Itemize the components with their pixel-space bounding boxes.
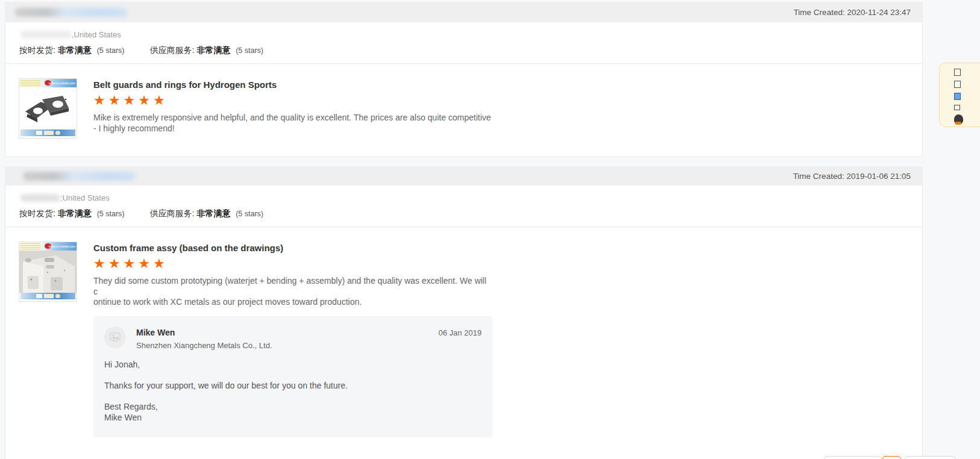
review-content: www.xc-metals.com [5, 64, 922, 157]
reply-line: Hi Jonah, [104, 359, 482, 370]
buyer-name-redacted [20, 31, 72, 39]
product-title: Custom frame assy (based on the drawings… [93, 242, 491, 253]
star-rating: ★★★★★ [93, 94, 491, 107]
buyer-country: ;United States [60, 193, 110, 202]
cert-logo-icon [44, 294, 54, 298]
review-card: Time Created: 2019-01-06 21:05 ;United S… [5, 167, 923, 459]
review-card-header: Time Created: 2019-01-06 21:05 [5, 166, 923, 186]
review-text-line: - I highly recommend! [93, 123, 491, 134]
buyer-row: ;United States [5, 186, 922, 202]
image-watermark: www.xc-metals.com [49, 81, 75, 85]
widget-glyph-icon [954, 104, 961, 110]
rating-supplier-service: 供应商服务: 非常满意 (5 stars) [150, 45, 264, 56]
reply-line: Mike Wen [104, 412, 482, 423]
floating-contact-widget[interactable] [939, 63, 980, 127]
rating-on-time-shipment: 按时发货: 非常满意 (5 stars) [19, 208, 125, 219]
buyer-country: ,United States [72, 30, 121, 39]
product-photo-frame-assembly [19, 251, 77, 293]
product-title: Belt guards and rings for Hydrogen Sport… [93, 78, 491, 90]
review-content: www.xc-metals.com [5, 227, 922, 459]
product-image[interactable]: www.xc-metals.com [19, 78, 77, 139]
widget-glyph-icon [954, 92, 961, 100]
pagination-prev-button[interactable] [824, 456, 882, 459]
certification-banner [20, 130, 75, 136]
cert-logo-icon [55, 131, 60, 135]
certification-banner [20, 293, 75, 299]
star-rating: ★★★★★ [93, 257, 491, 270]
reply-author-company: Shenzhen Xiangcheng Metals Co., Ltd. [136, 341, 438, 350]
time-created: Time Created: 2019-01-06 21:05 [793, 172, 911, 181]
buyer-name-redacted [15, 8, 127, 17]
rating-row: 按时发货: 非常满意 (5 stars) 供应商服务: 非常满意 (5 star… [5, 39, 922, 56]
rating-value: 非常满意 [196, 45, 230, 55]
review-text-line: ontinue to work with XC metals as our pr… [93, 297, 491, 308]
review-card-body: ,United States 按时发货: 非常满意 (5 stars) 供应商服… [5, 22, 922, 157]
image-watermark: www.xc-metals.com [49, 245, 75, 248]
rating-label: 按时发货: [19, 208, 58, 218]
buyer-row: ,United States [5, 22, 922, 39]
rating-value: 非常满意 [58, 45, 92, 55]
reply-date: 06 Jan 2019 [438, 326, 482, 350]
pagination-current-page-button[interactable] [882, 456, 901, 459]
time-created: Time Created: 2020-11-24 23:47 [794, 8, 911, 17]
buyer-name-redacted [20, 194, 60, 202]
review-text-line: Mike is extremely responsive and helpful… [93, 113, 491, 123]
reply-body: Hi Jonah, Thanks for your support, we wi… [104, 359, 482, 423]
review-text: They did some custom prototyping (waterj… [93, 276, 491, 308]
cert-logo-icon [55, 294, 60, 298]
rating-value: 非常满意 [58, 208, 92, 218]
product-image[interactable]: www.xc-metals.com [19, 242, 77, 302]
rating-row: 按时发货: 非常满意 (5 stars) 供应商服务: 非常满意 (5 star… [5, 202, 922, 219]
reply-line: Best Regards, [104, 401, 482, 412]
buyer-name-redacted [23, 172, 135, 181]
rating-value: 非常满意 [196, 208, 230, 218]
rating-label: 按时发货: [19, 45, 58, 55]
rating-stars-note: (5 stars) [97, 46, 125, 55]
reply-author: Mike Wen Shenzhen Xiangcheng Metals Co.,… [136, 326, 438, 350]
cert-logo-icon [44, 131, 54, 135]
cert-logo-icon [36, 131, 42, 135]
banner-lines [20, 243, 40, 249]
review-main: Belt guards and rings for Hydrogen Sport… [93, 78, 491, 139]
photo-placeholder-icon [104, 326, 126, 348]
rating-stars-note: (5 stars) [236, 46, 263, 55]
review-main: Custom frame assy (based on the drawings… [93, 242, 491, 437]
supplier-reply-box: Mike Wen Shenzhen Xiangcheng Metals Co.,… [93, 316, 492, 437]
rating-label: 供应商服务: [150, 208, 197, 218]
widget-glyph-icon [954, 68, 961, 76]
reply-author-name: Mike Wen [136, 326, 438, 337]
mascot-icon [954, 114, 963, 124]
cert-logo-icon [36, 294, 42, 298]
rating-on-time-shipment: 按时发货: 非常满意 (5 stars) [19, 45, 125, 56]
pagination-next-button[interactable] [905, 456, 955, 459]
rating-label: 供应商服务: [150, 45, 197, 55]
widget-glyph-icon [954, 80, 961, 88]
rating-stars-note: (5 stars) [97, 210, 125, 218]
reply-header: Mike Wen Shenzhen Xiangcheng Metals Co.,… [104, 326, 482, 350]
review-card-header: Time Created: 2020-11-24 23:47 [5, 2, 923, 22]
reply-line: Thanks for your support, we will do our … [104, 380, 482, 391]
rating-supplier-service: 供应商服务: 非常满意 (5 stars) [150, 208, 264, 219]
rating-stars-note: (5 stars) [236, 210, 263, 218]
review-text: Mike is extremely responsive and helpful… [93, 113, 491, 134]
product-photo-metal-brackets [19, 87, 77, 130]
banner-lines [20, 80, 40, 86]
review-card-body: ;United States 按时发货: 非常满意 (5 stars) 供应商服… [5, 186, 922, 459]
review-text-line: They did some custom prototyping (waterj… [93, 276, 491, 297]
review-card: Time Created: 2020-11-24 23:47 ,United S… [5, 2, 923, 157]
